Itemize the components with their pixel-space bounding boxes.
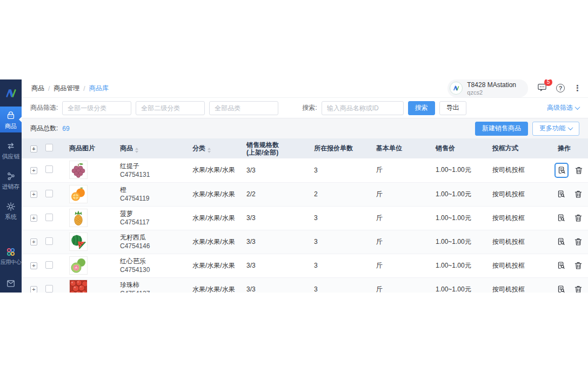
- trash-icon: [574, 165, 584, 175]
- product-quotes: 3: [311, 277, 373, 293]
- delete-button[interactable]: [572, 283, 585, 293]
- row-checkbox[interactable]: [45, 237, 53, 245]
- delete-button[interactable]: [572, 259, 585, 272]
- product-quotes: 3: [311, 230, 373, 254]
- product-category: 水果/水果/水果: [189, 206, 243, 230]
- notification-badge: 5: [544, 79, 552, 86]
- header-specs-line1: 销售规格数: [246, 141, 308, 149]
- product-unit: 斤: [373, 182, 432, 206]
- view-quote-button[interactable]: [554, 188, 567, 201]
- header-product[interactable]: 商品: [120, 144, 133, 152]
- header-category[interactable]: 分类: [192, 144, 205, 152]
- product-basket: 按司机投框: [489, 277, 551, 293]
- row-expand-button[interactable]: +: [30, 215, 37, 222]
- product-quotes: 3: [311, 158, 373, 182]
- row-checkbox[interactable]: [45, 165, 53, 173]
- header-basket: 投框方式: [492, 144, 518, 152]
- delete-button[interactable]: [573, 164, 585, 177]
- system-gear-icon: [5, 201, 16, 212]
- delete-button[interactable]: [572, 235, 585, 248]
- avatar: [450, 82, 463, 95]
- inventory-icon: [5, 171, 16, 182]
- product-name: 无籽西瓜: [120, 233, 186, 242]
- product-code: C4754117: [120, 218, 186, 227]
- trash-icon: [573, 237, 583, 247]
- chevron-down-icon: [568, 125, 573, 130]
- create-product-button[interactable]: 新建销售商品: [475, 122, 528, 136]
- category-level2-select[interactable]: [136, 101, 205, 115]
- product-image: [69, 185, 88, 203]
- product-category: 水果/水果/水果: [189, 277, 243, 293]
- search-input[interactable]: [322, 101, 404, 115]
- product-image: [69, 256, 88, 275]
- help-icon[interactable]: ?: [556, 84, 565, 92]
- view-quote-button[interactable]: [554, 283, 567, 293]
- breadcrumb-item[interactable]: 商品管理: [54, 84, 79, 93]
- toolbar: 商品总数: 69 新建销售商品 更多功能: [22, 118, 588, 138]
- product-name: 红心芭乐: [120, 257, 186, 265]
- user-account-chip[interactable]: T8428 MAstation qzcs2: [447, 79, 528, 97]
- trash-icon: [573, 261, 583, 270]
- topbar-right: T8428 MAstation qzcs2 5: [447, 79, 582, 97]
- row-expand-button[interactable]: +: [30, 262, 37, 269]
- more-actions-button[interactable]: 更多功能: [532, 122, 579, 136]
- breadcrumb-item-current[interactable]: 商品库: [89, 84, 109, 93]
- row-expand-button[interactable]: +: [30, 167, 37, 174]
- advanced-filter-link[interactable]: 高级筛选: [547, 103, 579, 112]
- product-unit: 斤: [373, 230, 432, 254]
- product-price: 1.00~1.00元: [432, 206, 489, 230]
- total-count-label: 商品总数:: [30, 124, 58, 133]
- breadcrumb: 商品 / 商品管理 / 商品库: [31, 84, 109, 93]
- product-basket: 按司机投框: [489, 254, 551, 277]
- sidebar-item-label: 商品: [5, 123, 17, 129]
- row-expand-button[interactable]: +: [30, 286, 37, 293]
- sidebar-item-system[interactable]: 系统: [0, 197, 22, 223]
- sidebar-item-app-center[interactable]: 应用中心: [0, 243, 22, 268]
- view-quote-icon: [556, 213, 566, 223]
- sidebar-item-label: 系统: [5, 214, 17, 220]
- select-all-checkbox[interactable]: [45, 144, 53, 151]
- header-image: 商品图片: [69, 144, 95, 152]
- kebab-menu-icon[interactable]: ⋮: [573, 83, 582, 93]
- view-quote-button[interactable]: [554, 259, 567, 272]
- row-expand-button[interactable]: +: [30, 191, 37, 198]
- view-quote-icon: [556, 284, 566, 293]
- product-basket: 按司机投框: [489, 158, 551, 182]
- row-checkbox[interactable]: [45, 285, 53, 293]
- category-type-select[interactable]: [209, 101, 278, 115]
- view-quote-button[interactable]: [554, 211, 567, 224]
- export-button[interactable]: 导出: [439, 101, 466, 115]
- product-specs: 3/3: [243, 277, 311, 293]
- sort-icon[interactable]: [135, 148, 138, 153]
- breadcrumb-separator: /: [48, 85, 50, 92]
- product-code: C4754130: [120, 265, 186, 274]
- delete-button[interactable]: [572, 188, 585, 201]
- product-name: 红提子: [120, 162, 186, 170]
- product-unit: 斤: [373, 206, 432, 230]
- delete-button[interactable]: [572, 211, 585, 224]
- product-price: 1.00~1.00元: [432, 277, 489, 293]
- product-specs: 3/3: [243, 254, 311, 277]
- product-price: 1.00~1.00元: [432, 158, 489, 182]
- app-logo-icon: [0, 79, 22, 107]
- product-specs: 2/2: [243, 182, 311, 206]
- view-quote-icon: [556, 237, 566, 247]
- breadcrumb-item[interactable]: 商品: [31, 84, 44, 93]
- product-basket: 按司机投框: [489, 206, 551, 230]
- sidebar-item-products[interactable]: 商品: [0, 107, 22, 132]
- view-quote-button[interactable]: [554, 235, 567, 248]
- category-level1-select[interactable]: [62, 101, 131, 115]
- row-checkbox[interactable]: [45, 214, 53, 221]
- search-button[interactable]: 搜索: [408, 101, 435, 115]
- expand-all-button[interactable]: +: [30, 145, 37, 152]
- sidebar-item-supply-chain[interactable]: 供应链: [0, 137, 22, 163]
- row-expand-button[interactable]: +: [30, 238, 37, 245]
- product-unit: 斤: [373, 158, 432, 182]
- sort-icon[interactable]: [208, 148, 211, 153]
- view-quote-button[interactable]: [554, 163, 569, 178]
- sidebar-item-partial[interactable]: [5, 278, 16, 291]
- sidebar-item-inventory[interactable]: 进销存: [0, 167, 22, 193]
- row-checkbox[interactable]: [45, 261, 53, 269]
- messages-button[interactable]: 5: [537, 82, 547, 95]
- row-checkbox[interactable]: [45, 190, 53, 197]
